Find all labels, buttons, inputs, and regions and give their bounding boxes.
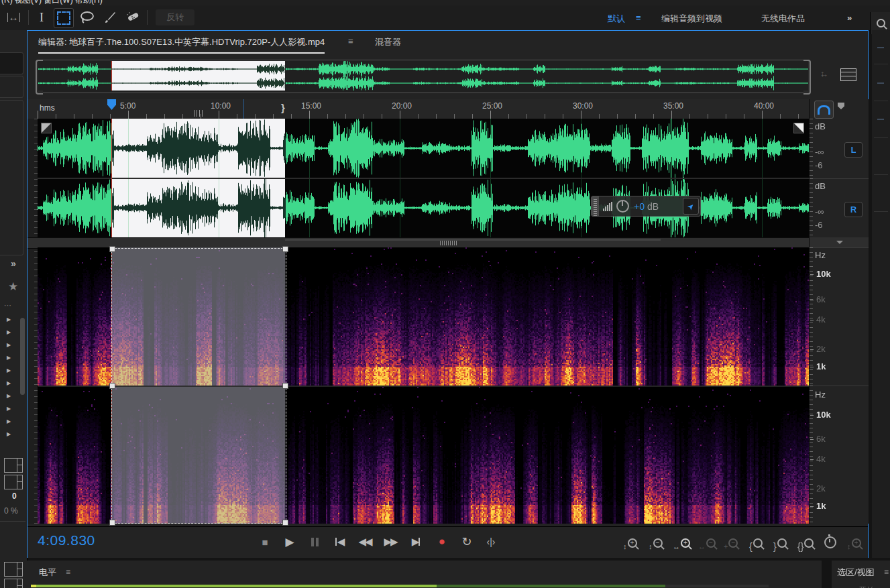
zoom-in-point-button[interactable]: { — [749, 534, 763, 550]
zoom-out-vertical-button[interactable]: ↕− — [649, 534, 663, 550]
fast-forward-button[interactable]: ▶▶ — [380, 533, 400, 550]
layout-grid-icon[interactable] — [4, 562, 23, 577]
tree-item-arrow-icon[interactable]: ▶ — [7, 380, 11, 386]
sidebar-field[interactable] — [0, 76, 23, 98]
marker-pin-icon[interactable] — [838, 103, 844, 109]
zoom-reset-button[interactable]: +− — [724, 534, 738, 550]
overview-waveform[interactable] — [38, 61, 808, 91]
workspace-menu-icon[interactable]: ≡ — [636, 13, 641, 23]
magnifier-icon: − — [728, 538, 738, 548]
waveform-display[interactable] — [38, 119, 809, 237]
pause-button[interactable] — [304, 533, 325, 550]
selection-handle[interactable] — [109, 383, 115, 389]
tree-item-arrow-icon[interactable]: ▶ — [7, 406, 11, 412]
zoom-in-vertical-button[interactable]: ↕+ — [623, 534, 637, 550]
fade-in-handle[interactable] — [41, 123, 52, 133]
panel-collapse-chevron[interactable]: » — [11, 258, 16, 269]
sidebar-field[interactable] — [0, 52, 23, 74]
favorite-star-icon[interactable]: ★ — [8, 280, 18, 294]
toolbar-separator — [147, 10, 148, 25]
stopwatch-button[interactable] — [824, 534, 836, 550]
selection-handle[interactable] — [282, 383, 288, 389]
scale-column: dB -∞ -6 L dB -∞ -6 R Hz 10k 6k 4k 2k 1k… — [809, 99, 869, 524]
selection-end-marker[interactable]: } — [281, 102, 285, 113]
rewind-button[interactable]: ◀◀ — [355, 533, 375, 550]
spot-healing-brush-tool-button[interactable] — [123, 8, 142, 27]
zoom-amplitude-button[interactable]: ↕+ — [847, 534, 861, 550]
zoom-in-horizontal-button[interactable]: ↔+ — [673, 534, 690, 550]
selection-handle[interactable] — [109, 520, 115, 526]
divider-grip-icon[interactable] — [440, 241, 457, 245]
tree-item-arrow-icon[interactable]: ▶ — [7, 431, 11, 437]
editor-tab-menu-icon[interactable]: ≡ — [348, 36, 353, 46]
menubar-items[interactable]: (R) 视图(V) 窗口(W) 帮助(H) — [1, 0, 103, 5]
time-display[interactable]: 4:09.830 — [38, 532, 95, 548]
workspace-tab-radio-production[interactable]: 无线电作品 — [761, 13, 805, 25]
right-channel-button[interactable]: R — [844, 202, 863, 217]
stop-button[interactable]: ■ — [254, 533, 274, 550]
tree-item-arrow-icon[interactable]: ▶ — [7, 418, 11, 424]
record-button[interactable]: ● — [431, 533, 451, 550]
layers-icon[interactable] — [840, 68, 856, 81]
scale-divider[interactable] — [810, 237, 869, 248]
marquee-selection-tool-button[interactable] — [54, 8, 74, 28]
editor-tab[interactable]: 编辑器: 地球百子.The.100.S07E13.中英字幕.HDTVrip.72… — [38, 36, 325, 54]
panel-item-icon[interactable] — [877, 119, 884, 120]
layout-grid-icon[interactable] — [4, 458, 23, 473]
hz-label: Hz — [815, 250, 826, 260]
levels-tab[interactable]: 电平 — [39, 567, 56, 579]
sidebar-scrollbar[interactable] — [20, 318, 25, 395]
left-channel-button[interactable]: L — [844, 142, 863, 158]
selection-view-menu-icon[interactable]: ≡ — [884, 567, 889, 577]
selection-view-tab[interactable]: 选区/视图 — [837, 567, 875, 579]
amplitude-gutter — [27, 119, 38, 524]
lasso-selection-tool-button[interactable] — [78, 8, 97, 27]
skip-selection-button[interactable]: ‹|› — [481, 533, 501, 550]
tree-item-arrow-icon[interactable]: ▶ — [7, 355, 11, 361]
selection-handle[interactable] — [282, 520, 288, 526]
stopwatch-icon — [824, 536, 836, 548]
tree-item-arrow-icon[interactable]: ▶ — [7, 329, 11, 335]
ellipsis-icon[interactable]: ⋯ — [4, 301, 11, 310]
goto-start-button[interactable]: ◀ — [329, 533, 349, 550]
workspace-tab-edit-audio-to-video[interactable]: 编辑音频到视频 — [661, 13, 722, 25]
tree-item-arrow-icon[interactable]: ▶ — [7, 367, 11, 373]
marker-cluster-icon[interactable] — [194, 110, 203, 117]
levels-menu-icon[interactable]: ≡ — [66, 567, 70, 577]
tree-item-arrow-icon[interactable]: ▶ — [7, 393, 11, 399]
panel-item-icon[interactable] — [877, 47, 884, 48]
workspace-tab-default[interactable]: 默认 — [608, 13, 625, 25]
spectral-selection-box[interactable] — [111, 248, 286, 524]
goto-end-button[interactable]: ▶ — [406, 533, 426, 550]
scrollbar-segment[interactable] — [285, 239, 661, 241]
workspace-overflow-chevron[interactable]: » — [847, 13, 852, 23]
paintbrush-selection-tool-button[interactable] — [101, 8, 119, 27]
play-button[interactable]: ▶ — [279, 533, 299, 550]
tree-item-arrow-icon[interactable]: ▶ — [7, 342, 11, 348]
snap-toggle-button[interactable] — [814, 101, 834, 119]
zoom-reset-overview-icon[interactable]: ↔↔ — [818, 68, 831, 82]
tree-item-arrow-icon[interactable]: ▶ — [7, 316, 11, 322]
move-tool-button[interactable]: ↔ — [4, 8, 23, 27]
fade-out-handle[interactable] — [793, 123, 804, 133]
layout-grid-icon[interactable] — [4, 579, 23, 588]
panel-item-icon[interactable] — [877, 82, 884, 84]
hud-pin-button[interactable]: ➤ — [683, 198, 699, 215]
volume-hud[interactable]: +0 dB ➤ — [591, 196, 701, 217]
layout-grid-icon[interactable] — [4, 475, 23, 489]
zoom-out-point-button[interactable]: } — [773, 534, 787, 550]
mixer-tab[interactable]: 混音器 — [375, 36, 401, 48]
loop-playback-button[interactable]: ↻ — [456, 533, 476, 550]
zoom-selection-button[interactable]: {} — [797, 534, 814, 550]
time-selection-tool-button[interactable]: I — [32, 8, 51, 27]
collapse-triangle-icon[interactable] — [836, 241, 843, 244]
volume-knob-icon[interactable] — [616, 200, 629, 213]
overview-strip[interactable] — [36, 60, 811, 93]
zoom-out-horizontal-button[interactable]: ↔− — [698, 534, 716, 550]
selection-handle[interactable] — [282, 246, 288, 252]
hud-drag-handle[interactable] — [592, 196, 599, 216]
volume-bars-icon — [603, 202, 612, 211]
hud-gain-value[interactable]: +0 — [634, 201, 645, 212]
time-ruler[interactable]: hms 5:00 10:00 15:00 20:00 25:00 30:00 3… — [27, 99, 809, 119]
selection-handle[interactable] — [109, 246, 115, 252]
